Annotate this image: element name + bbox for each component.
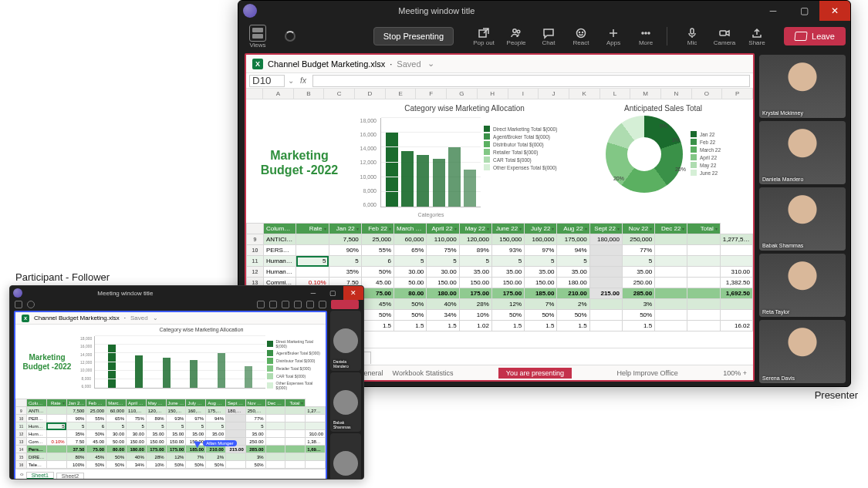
people-button[interactable]: People [502,27,531,46]
toolbar-button[interactable] [282,301,289,308]
camera-label: Camera [714,39,735,46]
svg-point-1 [513,29,516,32]
donut-slice-label: 20% [675,167,686,172]
bar-chart: Category wise Marketing Allocation 18,00… [80,327,323,398]
participant-tile[interactable]: Babak Shammas [330,372,361,432]
chat-icon [542,27,555,39]
toolbar-button[interactable] [257,301,265,308]
maximize-button[interactable]: ▢ [789,1,819,21]
controlbar: Views Stop Presenting Pop out People Cha… [238,21,850,52]
minimize-button[interactable]: ─ [758,1,789,21]
participant-tile[interactable]: Krystal Mckinney [759,55,846,118]
excel-icon: X [22,315,29,322]
app-icon [13,288,22,298]
document-name[interactable]: Channel Budget Marketing.xlsx [34,315,120,321]
donut-graphic: 20% 20% 3% 9% [606,116,683,193]
donut-chart-legend: Jan 22Feb 22March 22April 22May 22June 2… [691,131,721,177]
mic-button[interactable]: Mic [677,27,707,46]
svg-point-5 [583,32,583,32]
bar-chart-legend: Direct Marketing Total $(000)Agent/Broke… [484,126,573,172]
more-label: More [639,39,653,46]
tab-sheet2[interactable]: Sheet2 [56,473,84,479]
svg-point-3 [577,29,586,37]
workbook-title: Marketing Budget -2022 [17,327,77,398]
apps-label: Apps [606,39,620,46]
zoom-level[interactable]: 100% + [723,369,747,377]
camera-icon [718,27,731,39]
help-improve[interactable]: Help Improve Office [616,369,677,377]
stop-presenting-button[interactable]: Stop Presenting [373,27,454,45]
tab-sheet1[interactable]: Sheet1 [26,472,54,480]
dropdown-icon[interactable]: ⌄ [288,76,294,85]
workbook-stats[interactable]: Workbook Statistics [393,369,454,377]
toolbar-button[interactable] [294,301,302,308]
minimize-button[interactable]: ─ [303,286,323,300]
window-title: Meeting window title [97,290,153,297]
participant-strip: Krystal MckinneyDaniela ManderoBabak Sha… [758,52,850,386]
donut-slice-label: 9% [660,123,667,129]
participant-tile[interactable]: Reta Taylor [330,433,361,480]
formula-bar: ⌄ fx [246,73,753,89]
bar-chart: Category wise Marketing Allocation 18,00… [356,104,573,221]
name-box[interactable] [249,75,285,87]
participant-tile[interactable]: Babak Shammas [759,187,846,251]
chat-button[interactable]: Chat [534,27,563,46]
react-label: React [573,39,589,46]
donut-chart-title: Anticipated Sales Total [624,104,702,113]
spreadsheet-table[interactable]: Column1RateJan 22Feb 22March 22April 22M… [15,399,326,469]
participant-tile[interactable]: Reta Taylor [759,254,846,317]
svg-point-4 [579,32,580,32]
donut-slice-label: 20% [613,176,624,181]
chat-label: Chat [542,39,556,46]
toolbar-button[interactable] [306,301,314,308]
donut-slice-label: 3% [672,137,680,143]
loading-spinner [27,301,35,308]
maximize-button[interactable]: ▢ [323,286,343,300]
document-name[interactable]: Channel Budget Marketing.xlsx [268,59,385,69]
svg-rect-10 [720,31,726,35]
toolbar-button[interactable] [269,301,277,308]
toolbar-button[interactable] [319,301,326,308]
leave-label: Leave [812,32,835,41]
follower-window: Meeting window title ─ ▢ ✕ X Channel Bud… [9,285,364,480]
views-button[interactable] [15,301,22,308]
fx-icon[interactable]: fx [297,76,309,85]
participant-tile[interactable]: Daniela Mandero [330,311,361,371]
popout-icon [478,27,490,39]
share-label: Share [748,39,765,46]
more-button[interactable]: More [631,27,660,46]
column-headers: ABCDEFGHIJKLMNOP [246,89,753,99]
popout-button[interactable]: Pop out [469,27,498,46]
mic-icon [686,27,698,39]
label-follower: Participant - Follower [15,271,110,283]
react-button[interactable]: React [566,27,596,46]
bar-chart-legend: Direct Marketing Total $(000)Agent/Broke… [267,339,323,392]
leave-button[interactable] [331,300,359,309]
plus-icon [607,27,620,39]
camera-button[interactable]: Camera [710,27,739,46]
share-button[interactable]: Share [742,27,772,46]
tab-nav[interactable]: ‹› [20,472,24,477]
bar-xlabel: Categories [381,212,481,217]
titlebar: Meeting window title ─ ▢ ✕ [10,286,363,300]
share-icon [751,27,763,39]
participant-tile[interactable]: Serena Davis [759,320,846,383]
close-button[interactable]: ✕ [343,286,363,300]
svg-point-8 [648,32,650,34]
close-button[interactable]: ✕ [819,1,850,21]
document-saved: Saved [397,59,420,69]
document-saved: Saved [130,315,148,321]
document-header: X Channel Budget Marketing.xlsx · Saved … [246,55,753,73]
label-presenter: Presenter [815,389,858,401]
apps-button[interactable]: Apps [599,27,628,46]
react-icon [575,27,587,39]
participant-tile[interactable]: Daniela Mandero [759,121,846,184]
leave-button[interactable]: Leave [784,27,846,45]
svg-point-7 [645,32,647,34]
grid-icon [249,25,266,42]
formula-input[interactable] [312,75,750,87]
bar-chart-title: Category wise Marketing Allocation [80,327,323,332]
views-label: Views [249,42,265,49]
views-button[interactable]: Views [243,25,272,49]
controlbar [10,300,363,309]
